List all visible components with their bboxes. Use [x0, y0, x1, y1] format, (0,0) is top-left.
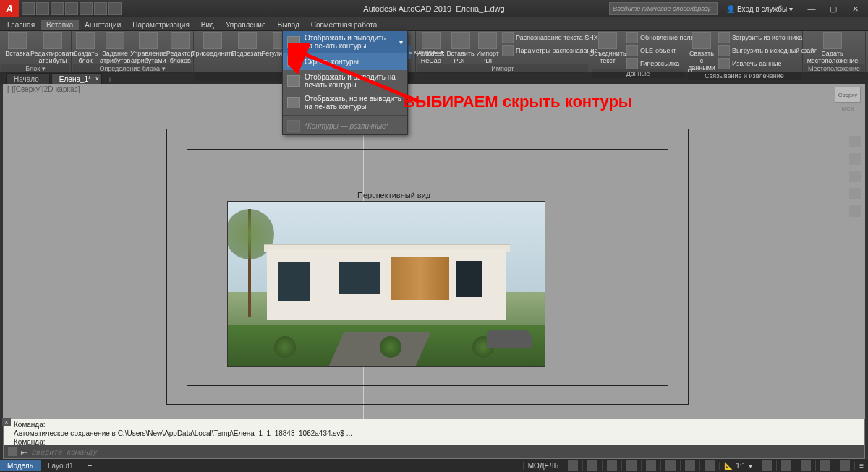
- set-location-button[interactable]: Задать местоположение: [804, 32, 861, 64]
- recap-button[interactable]: Autodesk ReCap: [417, 32, 445, 64]
- customization-button[interactable]: ≡: [854, 462, 868, 470]
- nav-zoom-icon[interactable]: [849, 171, 861, 182]
- nav-orbit-icon[interactable]: [849, 188, 861, 199]
- help-search-input[interactable]: Введите ключевое слово/фразу: [609, 2, 718, 15]
- insert-pdf-button[interactable]: Вставить PDF: [448, 32, 474, 64]
- define-attributes-button[interactable]: Задание атрибутов: [101, 32, 129, 64]
- ribbon-tab-collaborate[interactable]: Совместная работа: [305, 20, 383, 30]
- manage-attributes-button[interactable]: Управление атрибутами: [132, 32, 164, 64]
- combine-text-button[interactable]: Объединить текст: [592, 32, 624, 64]
- model-viewport[interactable]: [-][Сверху][2D-каркас] Сверху МСК Перспе…: [3, 84, 865, 419]
- osnap-icon[interactable]: [646, 460, 656, 471]
- panel-block-definition: Создать блок Задание атрибутов Управлени…: [72, 31, 194, 72]
- command-close-icon[interactable]: ×: [2, 418, 11, 426]
- ribbon-tab-strip: Главная Вставка Аннотации Параметризация…: [0, 17, 868, 31]
- viewcube-wcs-label[interactable]: МСК: [841, 106, 854, 112]
- status-tab-model[interactable]: Модель: [0, 460, 41, 471]
- edit-attributes-button[interactable]: Редактировать атрибуты: [36, 32, 69, 64]
- status-tab-layout1[interactable]: Layout1: [41, 460, 81, 471]
- dd-item-display-print-frames[interactable]: Отображать и выводить на печать контуры …: [283, 31, 407, 53]
- qat-redo-icon[interactable]: [109, 2, 122, 15]
- polar-icon[interactable]: [626, 460, 637, 471]
- dd-item-hide-frames[interactable]: Скрыть контуры: [283, 53, 407, 70]
- qat-saveas-icon[interactable]: [65, 2, 78, 15]
- nav-pan-icon[interactable]: [849, 153, 861, 165]
- nav-showmotion-icon[interactable]: [849, 205, 861, 217]
- render-caption: Перспективный вид: [357, 191, 430, 199]
- login-link[interactable]: 👤 Вход в службы ▾: [722, 5, 797, 13]
- qat-undo-icon[interactable]: [94, 2, 107, 15]
- command-history: Команда: Автоматическое сохранение в C:\…: [4, 419, 864, 445]
- minimize-button[interactable]: —: [801, 3, 822, 14]
- viewcube-area: Сверху МСК: [835, 87, 861, 112]
- ribbon-tab-annotate[interactable]: Аннотации: [79, 20, 127, 30]
- workspace-icon[interactable]: [762, 460, 772, 471]
- ribbon: Вставка Редактировать атрибуты Блок ▾ Со…: [0, 31, 868, 72]
- ribbon-tab-view[interactable]: Вид: [195, 20, 220, 30]
- command-window[interactable]: × Команда: Автоматическое сохранение в C…: [3, 419, 865, 459]
- frame-hide-icon: [287, 56, 300, 67]
- grid-icon[interactable]: [568, 460, 578, 471]
- panel-location: Задать местоположение Местоположение: [803, 31, 866, 72]
- panel-data: Объединить текст Обновление поля OLE-объ…: [590, 31, 686, 72]
- ribbon-tab-insert[interactable]: Вставка: [41, 20, 79, 30]
- cycling-icon[interactable]: [705, 460, 715, 471]
- panel-title-block[interactable]: Блок ▾: [1, 64, 69, 73]
- ortho-icon[interactable]: [607, 460, 617, 471]
- panel-block: Вставка Редактировать атрибуты Блок ▾: [0, 31, 72, 72]
- update-field-button[interactable]: Обновление поля: [626, 32, 694, 43]
- panel-linking: Связать с данными Загрузить из источника…: [686, 31, 803, 72]
- annotation-scale[interactable]: 📐1:1▾: [719, 462, 757, 470]
- qat-save-icon[interactable]: [51, 2, 64, 15]
- status-tab-add[interactable]: +: [81, 460, 100, 471]
- status-bar: Модель Layout1 + МОДЕЛЬ 📐1:1▾ ≡: [0, 459, 868, 472]
- viewport-label[interactable]: [-][Сверху][2D-каркас]: [7, 85, 80, 93]
- nav-wheel-icon[interactable]: [849, 136, 861, 147]
- close-button[interactable]: ✕: [845, 3, 865, 14]
- annotation-monitor-icon[interactable]: [781, 460, 791, 471]
- clean-screen-icon[interactable]: [840, 460, 850, 471]
- panel-title-linking: Связывание и извлечение: [688, 72, 801, 80]
- command-input[interactable]: [31, 448, 860, 456]
- navigation-bar: [849, 136, 861, 217]
- import-pdf-button[interactable]: Импорт PDF: [477, 32, 499, 64]
- block-editor-button[interactable]: Редактор блоков: [167, 32, 193, 64]
- create-block-button[interactable]: Создать блок: [73, 32, 98, 64]
- viewcube[interactable]: Сверху: [835, 87, 861, 103]
- ribbon-tab-output[interactable]: Вывод: [272, 20, 305, 30]
- close-icon[interactable]: ×: [95, 75, 99, 82]
- link-data-button[interactable]: Связать с данными: [688, 32, 715, 72]
- recognition-settings-button[interactable]: Параметры распознавания: [502, 45, 598, 56]
- ribbon-tab-manage[interactable]: Управление: [220, 20, 272, 30]
- dd-item-display-noprint-frames[interactable]: Отображать, но не выводить на печать кон…: [283, 92, 407, 113]
- panel-title-location: Местоположение: [804, 64, 864, 73]
- qat-plot-icon[interactable]: [80, 2, 93, 15]
- attach-button[interactable]: Присоединить: [195, 32, 230, 57]
- frame-show-icon: [287, 36, 300, 48]
- hardware-accel-icon[interactable]: [820, 460, 830, 471]
- dd-item-display-print-frames-2[interactable]: Отображать и выводить на печать контуры: [283, 70, 407, 92]
- frames-dropdown: Отображать и выводить на печать контуры …: [282, 30, 408, 135]
- app-logo[interactable]: A: [0, 0, 19, 17]
- perspective-render-image: [227, 201, 545, 367]
- transparency-icon[interactable]: [685, 460, 695, 471]
- panel-title-block-def[interactable]: Определение блока ▾: [73, 64, 192, 73]
- qat-open-icon[interactable]: [36, 2, 49, 15]
- ribbon-tab-home[interactable]: Главная: [1, 20, 41, 30]
- snap-icon[interactable]: [587, 460, 597, 471]
- clip-button[interactable]: Подрезать: [233, 32, 262, 57]
- lineweight-icon[interactable]: [665, 460, 676, 471]
- shx-recognize-button[interactable]: Распознавание текста SHX: [502, 32, 598, 43]
- frame-vary-icon: [287, 120, 300, 132]
- status-model-label[interactable]: МОДЕЛЬ: [523, 462, 563, 470]
- ole-object-button[interactable]: OLE-объект: [626, 45, 694, 56]
- qat-new-icon[interactable]: [22, 2, 35, 15]
- insert-block-button[interactable]: Вставка: [1, 32, 33, 57]
- hyperlink-button[interactable]: Гиперссылка: [626, 58, 694, 69]
- isolate-icon[interactable]: [801, 460, 811, 471]
- frame-noprint-icon: [287, 97, 300, 108]
- maximize-button[interactable]: ▢: [823, 3, 843, 14]
- panel-import: Autodesk ReCap Вставить PDF Импорт PDF Р…: [416, 31, 590, 72]
- dd-item-frames-vary: *Контуры — различные*: [283, 117, 407, 134]
- ribbon-tab-parametric[interactable]: Параметризация: [127, 20, 195, 30]
